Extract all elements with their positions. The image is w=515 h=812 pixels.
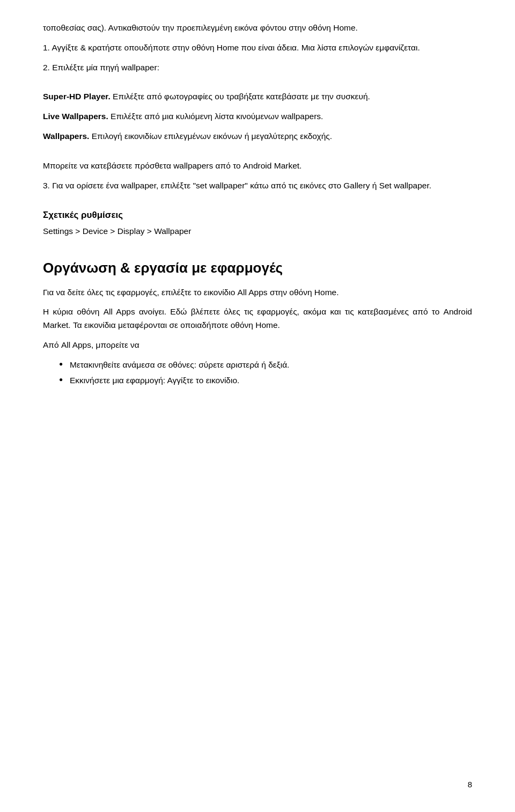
page-content: τοποθεσίας σας). Αντικαθιστούν την προεπ… (43, 21, 472, 387)
related-settings-path: Settings > Device > Display > Wallpaper (43, 225, 472, 238)
main-section: Οργάνωση & εργασία με εφαρμογές Για να δ… (43, 259, 472, 387)
bullet-item-1: Μετακινηθείτε ανάμεσα σε οθόνες: σύρετε … (59, 359, 472, 372)
wallpaper-source-2-desc-text: Επιλέξτε από μια κυλιόμενη λίστα κινούμε… (111, 112, 323, 121)
related-settings-heading: Σχετικές ρυθμίσεις (43, 208, 472, 222)
numbered-item-2: 2. Επιλέξτε μία πηγή wallpaper: (43, 61, 472, 75)
main-section-para-2: Η κύρια οθόνη All Apps ανοίγει. Εδώ βλέπ… (43, 305, 472, 332)
wallpaper-source-3-desc-text: Επιλογή εικονιδίων επιλεγμένων εικόνων ή… (92, 131, 332, 141)
main-section-para-1: Για να δείτε όλες τις εφαρμογές, επιλέξτ… (43, 286, 472, 299)
main-section-para-3: Από All Apps, μπορείτε να (43, 339, 472, 352)
main-section-title: Οργάνωση & εργασία με εφαρμογές (43, 259, 472, 277)
page-number: 8 (468, 778, 472, 791)
wallpaper-source-1-heading: Super-HD Player. (43, 92, 111, 101)
wallpaper-source-3-heading: Wallpapers. (43, 131, 89, 141)
wallpaper-source-3: Wallpapers. Επιλογή εικονιδίων επιλεγμέν… (43, 130, 472, 143)
wallpaper-sources-section: Super-HD Player. Επιλέξτε από φωτογραφίε… (43, 90, 472, 143)
wallpaper-source-2-heading: Live Wallpapers. (43, 112, 108, 121)
additional-paragraph-2: 3. Για να ορίσετε ένα wallpaper, επιλέξτ… (43, 179, 472, 193)
wallpaper-source-1-desc-text: Επιλέξτε από φωτογραφίες ου τραβήξατε κα… (113, 92, 370, 101)
intro-section: τοποθεσίας σας). Αντικαθιστούν την προεπ… (43, 21, 472, 74)
wallpaper-source-1: Super-HD Player. Επιλέξτε από φωτογραφίε… (43, 90, 472, 104)
related-settings-section: Σχετικές ρυθμίσεις Settings > Device > D… (43, 208, 472, 237)
paragraph-1: τοποθεσίας σας). Αντικαθιστούν την προεπ… (43, 21, 472, 35)
bullet-item-2: Εκκινήσετε μια εφαρμογή: Αγγίξτε το εικο… (59, 374, 472, 387)
wallpaper-source-2: Live Wallpapers. Επιλέξτε από μια κυλιόμ… (43, 110, 472, 123)
numbered-item-1: 1. Αγγίξτε & κρατήστε οπουδήποτε στην οθ… (43, 41, 472, 55)
bullet-list: Μετακινηθείτε ανάμεσα σε οθόνες: σύρετε … (59, 359, 472, 387)
additional-paragraph-1: Μπορείτε να κατεβάσετε πρόσθετα wallpape… (43, 159, 472, 173)
additional-section: Μπορείτε να κατεβάσετε πρόσθετα wallpape… (43, 159, 472, 193)
